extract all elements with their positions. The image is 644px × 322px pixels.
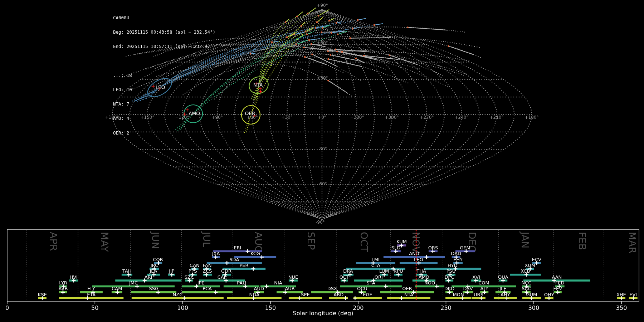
month-label-feb: FEB <box>577 232 588 250</box>
shower-bar-pca <box>182 291 233 293</box>
shower-label-pca: PCA <box>203 286 212 291</box>
shower-label-dpc: DPC <box>445 274 454 280</box>
shower-label-ehy: EHY <box>453 257 463 262</box>
shower-bar-eta <box>59 297 123 299</box>
shower-bar-jmc <box>92 286 175 288</box>
shower-label-ege: EGE <box>363 292 372 297</box>
shower-label-jle: JLE <box>499 286 506 291</box>
shower-peak-marker-ard <box>343 296 347 300</box>
shower-label-sda: SDA <box>229 257 239 262</box>
shower-peak-marker-per <box>251 267 255 271</box>
shower-label-ari: ARI <box>145 274 152 280</box>
shower-peak-marker-ege <box>353 296 357 300</box>
month-label-sep: SEP <box>306 232 317 250</box>
shower-label-ori: ORI <box>375 274 383 280</box>
shower-label-oer: OER <box>402 286 412 291</box>
shower-label-noo: NOO <box>424 280 435 286</box>
shower-bar-ege <box>353 297 382 299</box>
shower-label-dsv: DSV <box>463 286 473 291</box>
shower-label-com: COM <box>478 280 489 286</box>
count-leo: LEO: 10 <box>113 87 218 92</box>
shower-label-pau: PAU <box>237 280 246 286</box>
shower-label-aan: AAN <box>552 274 562 280</box>
axis-tick-label: 200 <box>353 304 364 311</box>
shower-label-psu: PSU <box>447 268 456 274</box>
shower-label-nzc: NZC <box>173 292 183 297</box>
shower-label-ahy: AHY <box>501 292 510 297</box>
shower-bar-jpe <box>182 286 220 288</box>
shower-label-and: AND <box>409 251 419 256</box>
shower-label-spe: SPE <box>301 292 309 297</box>
shower-bar-mon <box>445 297 471 299</box>
axis-tick-label: 50 <box>91 304 98 311</box>
month-label-oct: OCT <box>358 232 370 252</box>
observation-begin: Beg: 20251115 00:43:58 (sol = 232.54°) <box>113 30 218 34</box>
shower-label-gem: GEM <box>460 245 470 250</box>
shower-peak-marker-kcg <box>260 255 264 259</box>
shower-label-eri: ERI <box>234 245 241 250</box>
shower-label-jmc: JMC <box>129 280 138 286</box>
count-amo: AMO: 4 <box>113 116 218 121</box>
shower-label-ely: ELY <box>87 286 95 291</box>
shower-peak-marker-nta <box>399 296 403 300</box>
shower-peak-marker-and <box>425 255 429 259</box>
shower-bar-noo <box>415 286 444 288</box>
shower-bar-dsx <box>311 291 353 293</box>
count-oer: OER: 2 <box>113 131 218 135</box>
count-nta: NTA: 7 <box>113 102 218 106</box>
shower-label-nue: NUE <box>288 274 298 280</box>
shower-label-per: PER <box>240 263 249 268</box>
shower-label-amo: AMO <box>419 274 429 280</box>
shower-label-jea: JEA <box>149 268 157 274</box>
shower-peak-marker-sda <box>225 261 229 265</box>
shower-label-dsx: DSX <box>327 286 337 291</box>
shower-bar-urs <box>472 297 486 299</box>
shower-peak-marker-pca <box>214 290 218 294</box>
shower-label-sta: STA <box>366 280 375 286</box>
shower-label-cor: COR <box>153 257 163 262</box>
shower-label-nia: NIA <box>274 280 282 286</box>
separator: --------------------------------------- <box>113 58 218 63</box>
shower-bar-sda <box>207 262 262 264</box>
shower-label-xvi: XVI <box>472 274 480 280</box>
shower-label-ocu: OCU <box>357 286 367 291</box>
shower-label-ard: ARD <box>333 292 343 297</box>
shower-bar-sta <box>340 286 402 288</box>
shower-label-gdr: GDR <box>221 268 231 274</box>
observation-end: End: 20251115 10:57:11 (sol = 232.97°) <box>113 44 218 49</box>
shower-peak-marker-noo <box>435 284 439 288</box>
month-label-nov: NOV <box>410 232 421 253</box>
shower-label-aur: AUR <box>285 286 294 291</box>
station-id: CA000U <box>113 15 218 20</box>
month-label-jul: JUL <box>201 231 212 247</box>
shower-label-dra: DRA <box>343 268 353 274</box>
timeline-chart: APRMAYJUNJULAUGSEPOCTNOVDECJANFEBMARKUME… <box>0 0 644 322</box>
shower-label-nta: NTA <box>404 292 414 297</box>
month-label-jan: JAN <box>519 231 531 248</box>
axis-tick-label: 350 <box>616 304 627 311</box>
shower-label-cap: CAP <box>218 274 227 280</box>
shower-bar-aur <box>277 291 303 293</box>
shower-bar-ssg <box>131 291 176 293</box>
shower-bar-ori <box>354 279 403 282</box>
shower-label-xcb: XCB <box>521 268 530 274</box>
shower-bar-nzc <box>132 297 224 299</box>
shower-bar-spe <box>289 297 322 299</box>
shower-label-zcs: ZCS <box>203 268 212 274</box>
shower-label-lyr: LYR <box>59 280 67 286</box>
shower-label-fan: FAN <box>203 263 212 268</box>
shower-label-cta: CTA <box>371 263 380 268</box>
axis-tick-label: 150 <box>265 304 276 311</box>
station-info-panel: CA000U Beg: 20251115 00:43:58 (sol = 232… <box>113 6 218 145</box>
month-label-mar: MAR <box>627 232 638 254</box>
shower-bar-kcg <box>234 256 276 258</box>
month-label-may: MAY <box>99 232 110 252</box>
shower-label-kcg: KCG <box>250 251 260 256</box>
x-axis-title: Solar longitude (deg) <box>293 310 353 317</box>
shower-label-eta: ETA <box>87 292 96 297</box>
axis-tick-label: 100 <box>177 304 188 311</box>
shower-peak-marker-sta <box>384 284 388 288</box>
shower-label-hyd: HYD <box>448 263 458 268</box>
app-window: +180°+150°+120°+90°+60°+30°+0°+330°+300°… <box>0 0 644 322</box>
shower-label-nda: NDA <box>249 292 260 297</box>
